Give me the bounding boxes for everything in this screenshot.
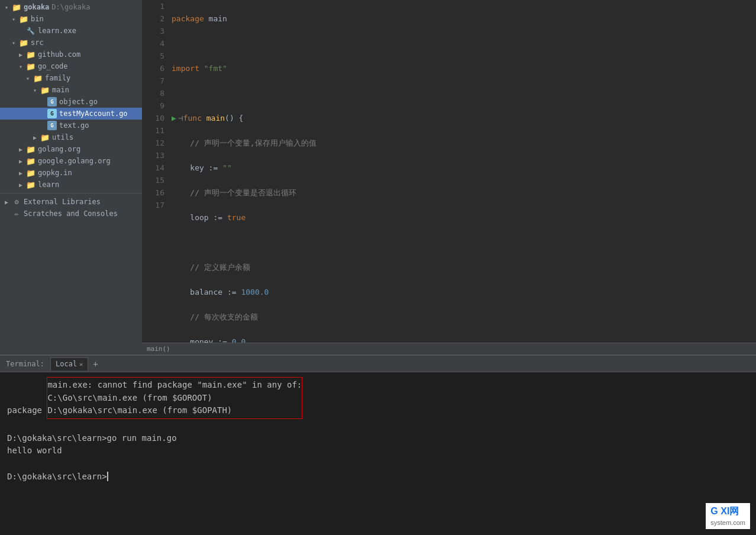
- sidebar-divider: [0, 193, 142, 194]
- exe-icon: 🔧: [26, 26, 35, 36]
- code-line-10: [172, 236, 756, 249]
- code-line-11: // 定义账户余额: [172, 261, 756, 273]
- project-path: D:\gokaka: [51, 3, 90, 11]
- folder-icon-github: 📁: [26, 50, 35, 59]
- terminal-output-line: hello world: [7, 444, 749, 457]
- code-line-7: key := "": [172, 162, 756, 174]
- terminal-error-box: main.exe: cannot find package "main.exe"…: [47, 377, 302, 419]
- error-line-1: main.exe: cannot find package "main.exe"…: [47, 380, 302, 389]
- folder-icon-golang-org: 📁: [26, 144, 35, 154]
- sidebar-item-object-go[interactable]: G object.go: [0, 96, 142, 108]
- learn-label: learn: [38, 181, 59, 189]
- folder-icon-bin: 📁: [19, 14, 28, 24]
- terminal-cmd-line: D:\gokaka\src\learn>go run main.go: [7, 432, 749, 445]
- editor-status-bar: main(): [142, 343, 756, 354]
- external-libs-icon: ⚙: [12, 197, 21, 207]
- code-line-12: balance := 1000.0: [172, 286, 756, 298]
- sidebar-item-family[interactable]: ▾ 📁 family: [0, 72, 142, 84]
- arrow-go-code: ▾: [19, 63, 26, 70]
- object-go-label: object.go: [59, 98, 98, 106]
- bin-label: bin: [31, 15, 44, 23]
- text-go-label: text.go: [59, 121, 89, 130]
- folder-icon-src: 📁: [19, 38, 28, 47]
- golang-org-label: golang.org: [38, 145, 80, 153]
- go-code-label: go_code: [38, 62, 68, 70]
- terminal-tab-local[interactable]: Local ✕: [50, 357, 88, 370]
- arrow-google-golang-org: ▶: [19, 158, 26, 165]
- learn-exe-label: learn.exe: [38, 27, 76, 35]
- terminal-empty-line2: [7, 457, 749, 470]
- arrow-bin: ▾: [12, 16, 19, 22]
- sidebar-item-bin[interactable]: ▾ 📁 bin: [0, 13, 142, 25]
- terminal-area: Terminal: Local ✕ + package main.exe: ca…: [0, 354, 756, 535]
- scratches-label: Scratches and Consoles: [24, 210, 118, 218]
- terminal-cursor: [107, 472, 108, 481]
- main-label: main: [52, 86, 69, 94]
- github-label: github.com: [38, 50, 80, 59]
- terminal-label: Terminal:: [2, 360, 48, 368]
- sidebar-item-learn[interactable]: ▶ 📁 learn: [0, 179, 142, 191]
- sidebar-item-golang-org[interactable]: ▶ 📁 golang.org: [0, 143, 142, 155]
- package-prefix: package: [7, 405, 47, 415]
- arrow-golang-org: ▶: [19, 146, 26, 153]
- code-line-6: // 声明一个变量,保存用户输入的值: [172, 137, 756, 149]
- sidebar-item-main[interactable]: ▾ 📁 main: [0, 84, 142, 96]
- sidebar-item-gopkg-in[interactable]: ▶ 📁 gopkg.in: [0, 167, 142, 179]
- sidebar-item-go-code[interactable]: ▾ 📁 go_code: [0, 60, 142, 72]
- terminal-error-prefix: package main.exe: cannot find package "m…: [7, 377, 749, 419]
- arrow-ext-libs: ▶: [5, 199, 12, 205]
- code-line-8: // 声明一个变量是否退出循环: [172, 186, 756, 199]
- sidebar-item-github[interactable]: ▶ 📁 github.com: [0, 49, 142, 60]
- arrow-utils: ▶: [33, 134, 40, 141]
- sidebar-item-utils[interactable]: ▶ 📁 utils: [0, 131, 142, 143]
- sidebar: ▾ 📁 gokaka D:\gokaka ▾ 📁 bin 🔧 learn.exe…: [0, 0, 142, 354]
- main-area: ▾ 📁 gokaka D:\gokaka ▾ 📁 bin 🔧 learn.exe…: [0, 0, 756, 354]
- code-editor[interactable]: package main import "fmt" ▶⊣func main() …: [172, 0, 756, 343]
- code-line-2: [172, 37, 756, 50]
- scratches-icon: ✏: [12, 209, 21, 218]
- code-line-9: loop := true: [172, 211, 756, 224]
- sidebar-item-learn-exe[interactable]: 🔧 learn.exe: [0, 25, 142, 37]
- watermark-domain: system.com: [710, 519, 745, 526]
- gopkg-in-label: gopkg.in: [38, 169, 72, 177]
- folder-icon-go-code: 📁: [26, 62, 35, 71]
- test-my-account-label: testMyAccount.go: [59, 109, 128, 118]
- terminal-tab-close[interactable]: ✕: [79, 361, 83, 368]
- sidebar-item-google-golang-org[interactable]: ▶ 📁 google.golang.org: [0, 155, 142, 167]
- sidebar-item-external-libraries[interactable]: ▶ ⚙ External Libraries: [0, 196, 142, 208]
- code-line-14: money := 0.0: [172, 336, 756, 343]
- google-golang-org-label: google.golang.org: [38, 157, 111, 165]
- code-line-1: package main: [172, 12, 756, 25]
- sidebar-item-gokaka[interactable]: ▾ 📁 gokaka D:\gokaka: [0, 1, 142, 13]
- terminal-content[interactable]: package main.exe: cannot find package "m…: [0, 372, 756, 535]
- arrow-learn: ▶: [19, 182, 26, 188]
- code-line-4: [172, 87, 756, 99]
- watermark-brand: G XI网: [710, 506, 739, 516]
- arrow-main: ▾: [33, 87, 40, 94]
- status-function-label: main(): [147, 345, 170, 353]
- error-line-2: C:\Go\src\main.exe (from $GOROOT): [47, 393, 212, 402]
- src-label: src: [31, 38, 44, 47]
- watermark: G XI网 system.com: [706, 503, 750, 529]
- terminal-tab-local-label: Local: [56, 360, 77, 368]
- go-file-icon-test: G: [47, 109, 57, 118]
- terminal-tabs: Terminal: Local ✕ +: [0, 356, 756, 372]
- sidebar-item-test-my-account[interactable]: G testMyAccount.go: [0, 108, 142, 120]
- utils-label: utils: [52, 133, 73, 141]
- code-view: 1 2 3 4 5 6 7 8 9 10 11 12 13 14 15 16 1…: [142, 0, 756, 343]
- sidebar-item-text-go[interactable]: G text.go: [0, 120, 142, 131]
- folder-icon-utils: 📁: [40, 133, 50, 142]
- family-label: family: [45, 74, 70, 82]
- folder-icon-main: 📁: [40, 85, 50, 95]
- terminal-prompt-line: D:\gokaka\src\learn>: [7, 470, 749, 484]
- arrow-github: ▶: [19, 51, 26, 58]
- go-file-icon-object: G: [47, 97, 57, 107]
- sidebar-item-scratches[interactable]: ✏ Scratches and Consoles: [0, 208, 142, 220]
- terminal-tab-add[interactable]: +: [91, 359, 100, 369]
- arrow-family: ▾: [26, 75, 33, 82]
- sidebar-item-src[interactable]: ▾ 📁 src: [0, 37, 142, 49]
- code-line-3: import "fmt": [172, 62, 756, 75]
- folder-icon-learn: 📁: [26, 180, 35, 189]
- arrow-gokaka: ▾: [5, 4, 12, 11]
- code-line-13: // 每次收支的金额: [172, 311, 756, 323]
